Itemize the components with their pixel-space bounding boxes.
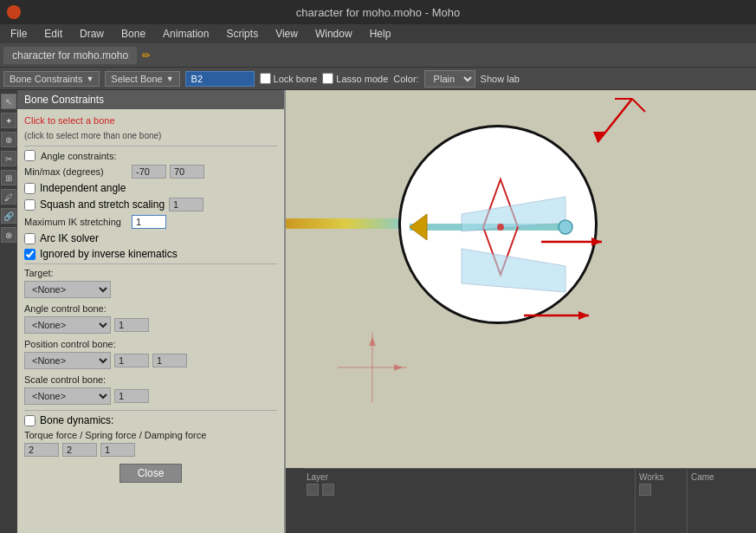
angle-constraints-row: Angle constraints: (24, 150, 277, 161)
torque-input[interactable] (24, 443, 59, 457)
torque-label: Torque force / Spring force / Damping fo… (24, 430, 277, 440)
menu-edit[interactable]: Edit (37, 26, 69, 42)
svg-line-14 (632, 99, 645, 112)
menu-bone[interactable]: Bone (114, 26, 152, 42)
max-ik-row: Maximum IK stretching (24, 215, 277, 229)
color-label: Color: (393, 74, 418, 84)
bone-constraints-dropdown[interactable]: Bone Constraints ▼ (3, 71, 100, 87)
menu-animation[interactable]: Animation (156, 26, 216, 42)
angle-control-row: <None> (24, 316, 277, 334)
lasso-mode-checkbox[interactable] (322, 73, 333, 84)
layers-panel[interactable]: Layer (303, 468, 635, 533)
max-ik-label: Maximum IK stretching (24, 217, 128, 227)
menu-scripts[interactable]: Scripts (219, 26, 265, 42)
tool-button-1[interactable]: ↖ (1, 94, 16, 109)
tool-button-4[interactable]: ✂ (1, 151, 16, 166)
bone-dynamics-row: Bone dynamics: (24, 414, 277, 426)
position-control-row: <None> (24, 352, 277, 369)
arc-ik-checkbox[interactable] (24, 233, 36, 244)
works-panel: Works (635, 468, 687, 533)
panel-content: Click to select a bone (click to select … (17, 109, 284, 533)
menu-draw[interactable]: Draw (73, 26, 111, 42)
layer-icon-2[interactable] (322, 484, 334, 496)
target-control-row: <None> (24, 281, 277, 298)
scale-control-dropdown[interactable]: <None> (24, 387, 111, 405)
menu-window[interactable]: Window (308, 26, 359, 42)
layers-panel-label: Layer (307, 472, 631, 482)
tool-button-3[interactable]: ⊕ (1, 132, 16, 147)
bone-name-input[interactable] (185, 71, 255, 87)
target-section: Target: <None> (24, 268, 277, 298)
svg-point-4 (559, 220, 572, 234)
scale-control-section: Scale control bone: <None> (24, 374, 277, 405)
independent-angle-checkbox[interactable] (24, 183, 36, 194)
position-control-dropdown[interactable]: <None> (24, 352, 111, 369)
main-area: ↖ ✦ ⊕ ✂ ⊞ 🖊 🔗 ⊗ Bone Constraints Click t… (0, 90, 756, 533)
tool-button-5[interactable]: ⊞ (1, 170, 16, 185)
menu-file[interactable]: File (3, 26, 34, 42)
toolbar1: character for moho.moho ✏ (0, 43, 756, 68)
svg-point-6 (497, 224, 504, 231)
ignored-ik-label: Ignored by inverse kinematics (40, 248, 178, 260)
crosshair-svg (338, 333, 407, 402)
bone-visualization-svg (401, 127, 598, 324)
panel-header: Bone Constraints (17, 90, 284, 109)
camera-panel: Came (687, 468, 756, 533)
min-angle-input[interactable] (132, 165, 166, 179)
works-icon[interactable] (639, 484, 651, 496)
tool-button-6[interactable]: 🖊 (1, 189, 16, 205)
tool-button-8[interactable]: ⊗ (1, 227, 16, 243)
angle-control-dropdown[interactable]: <None> (24, 316, 111, 334)
target-dropdown[interactable]: <None> (24, 281, 111, 298)
spring-input[interactable] (62, 443, 97, 457)
squash-stretch-row: Squash and stretch scaling (24, 198, 277, 211)
svg-marker-18 (578, 311, 589, 320)
panel-title: Bone Constraints (24, 94, 104, 106)
angle-control-num[interactable] (114, 318, 149, 332)
lock-bone-label: Lock bone (260, 73, 318, 84)
svg-marker-10 (394, 364, 403, 371)
svg-marker-9 (369, 337, 376, 346)
close-button[interactable]: Close (120, 464, 183, 483)
title-bar: character for moho.moho - Moho (0, 0, 756, 24)
angle-constraints-checkbox[interactable] (24, 150, 36, 161)
position-control-num2[interactable] (152, 354, 187, 367)
bone-dynamics-checkbox[interactable] (24, 415, 36, 426)
svg-marker-5 (410, 214, 427, 240)
minmax-label: Min/max (degrees) (24, 166, 128, 177)
bottom-left-spacer (286, 468, 303, 533)
ignored-ik-row: Ignored by inverse kinematics (24, 248, 277, 260)
separator-2 (24, 263, 277, 264)
menu-bar: File Edit Draw Bone Animation Scripts Vi… (0, 24, 756, 43)
magnifier-circle (398, 125, 598, 324)
scale-control-row: <None> (24, 387, 277, 405)
scale-control-num[interactable] (114, 389, 149, 403)
angle-constraints-label: Angle constraints: (41, 151, 116, 161)
tool-button-2[interactable]: ✦ (1, 113, 16, 128)
max-ik-input[interactable] (132, 215, 166, 229)
menu-help[interactable]: Help (363, 26, 398, 42)
lock-bone-checkbox[interactable] (260, 73, 271, 84)
damping-input[interactable] (100, 443, 135, 457)
squash-value-input[interactable] (169, 198, 204, 211)
color-dropdown[interactable]: Plain (424, 70, 475, 88)
document-tab[interactable]: character for moho.moho (3, 47, 137, 64)
independent-angle-label: Independent angle (40, 182, 126, 194)
ignored-ik-checkbox[interactable] (24, 249, 36, 260)
chevron-down-icon: ▼ (166, 75, 174, 83)
layer-icon-1[interactable] (307, 484, 319, 496)
max-angle-input[interactable] (170, 165, 204, 179)
click-instruction: Click to select a bone (24, 114, 277, 127)
squash-stretch-checkbox[interactable] (24, 199, 36, 211)
tool-button-7[interactable]: 🔗 (1, 208, 16, 224)
select-bone-dropdown[interactable]: Select Bone ▼ (105, 71, 179, 87)
panel-close-row: Close (24, 458, 277, 488)
position-control-num1[interactable] (114, 354, 149, 367)
annotation-arrow-1 (563, 90, 667, 159)
torque-row (24, 443, 277, 457)
svg-line-11 (598, 99, 632, 142)
works-panel-label: Works (639, 472, 683, 482)
canvas-area[interactable]: Layer Works Came (286, 90, 756, 533)
multi-select-hint: (click to select more than one bone) (24, 131, 277, 140)
menu-view[interactable]: View (268, 26, 305, 42)
